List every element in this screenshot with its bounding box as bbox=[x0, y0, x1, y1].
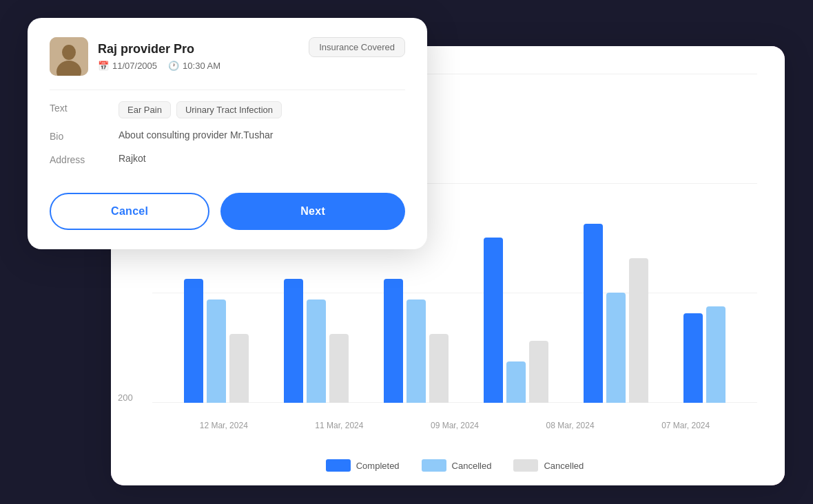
legend-box-completed bbox=[326, 459, 351, 472]
bar-cancelled-grey bbox=[429, 334, 449, 403]
bar-cancelled-grey bbox=[329, 334, 349, 403]
bar-completed bbox=[284, 279, 303, 403]
provider-date: 📅 11/07/2005 bbox=[98, 61, 157, 71]
legend-cancelled-grey: Cancelled bbox=[513, 459, 584, 472]
next-button[interactable]: Next bbox=[220, 193, 405, 230]
bar-cancelled-light bbox=[307, 300, 326, 403]
bar-group bbox=[584, 224, 648, 403]
tag-ear-pain: Ear Pain bbox=[119, 101, 171, 118]
svg-point-1 bbox=[62, 45, 76, 60]
bar-cancelled-light bbox=[207, 300, 226, 403]
bar-group bbox=[683, 306, 725, 403]
address-value: Rajkot bbox=[119, 153, 405, 164]
legend-completed: Completed bbox=[326, 459, 400, 472]
bar-cancelled-grey bbox=[529, 341, 548, 403]
bar-cancelled-grey bbox=[629, 258, 648, 403]
bio-field-label: Bio bbox=[50, 129, 119, 142]
x-label: 12 Mar, 2024 bbox=[200, 421, 248, 430]
cancel-button[interactable]: Cancel bbox=[50, 193, 209, 230]
provider-info: Raj provider Pro 📅 11/07/2005 🕐 10:30 AM bbox=[50, 37, 220, 76]
bar-cancelled-light bbox=[706, 306, 725, 403]
provider-details: Raj provider Pro 📅 11/07/2005 🕐 10:30 AM bbox=[98, 42, 220, 71]
bar-group bbox=[284, 279, 349, 403]
provider-meta: 📅 11/07/2005 🕐 10:30 AM bbox=[98, 61, 220, 71]
legend-label-cancelled-grey: Cancelled bbox=[544, 461, 584, 471]
bar-cancelled-light bbox=[506, 361, 526, 403]
provider-time: 🕐 10:30 AM bbox=[168, 61, 220, 71]
bar-cancelled-light bbox=[406, 300, 426, 403]
legend-label-completed: Completed bbox=[356, 461, 400, 471]
y-label-bottom: 200 bbox=[118, 392, 133, 403]
bar-group bbox=[384, 279, 449, 403]
modal-buttons: Cancel Next bbox=[28, 193, 427, 249]
bar-completed bbox=[584, 224, 603, 403]
divider bbox=[50, 90, 405, 90]
clock-icon: 🕐 bbox=[168, 61, 179, 71]
bar-group bbox=[484, 238, 548, 403]
provider-date-value: 11/07/2005 bbox=[112, 61, 157, 71]
provider-time-value: 10:30 AM bbox=[183, 61, 220, 71]
address-field-row: Address Rajkot bbox=[50, 153, 405, 165]
legend-label-cancelled-light: Cancelled bbox=[452, 461, 492, 471]
chart-legend: Completed Cancelled Cancelled bbox=[152, 459, 757, 472]
tags-container: Ear Pain Urinary Tract Infection bbox=[119, 101, 282, 118]
bio-value: About consulting provider Mr.Tushar bbox=[119, 129, 405, 140]
legend-box-cancelled-grey bbox=[513, 459, 538, 472]
legend-box-cancelled-light bbox=[422, 459, 446, 472]
avatar bbox=[50, 37, 88, 76]
x-label: 09 Mar, 2024 bbox=[431, 421, 479, 430]
bar-group bbox=[184, 279, 249, 403]
bar-completed bbox=[384, 279, 403, 403]
x-label: 07 Mar, 2024 bbox=[661, 421, 710, 430]
x-label: 08 Mar, 2024 bbox=[546, 421, 595, 430]
legend-cancelled-light: Cancelled bbox=[422, 459, 492, 472]
address-field-label: Address bbox=[50, 153, 119, 165]
provider-name: Raj provider Pro bbox=[98, 42, 220, 56]
modal-card: Raj provider Pro 📅 11/07/2005 🕐 10:30 AM bbox=[28, 18, 427, 249]
provider-header: Raj provider Pro 📅 11/07/2005 🕐 10:30 AM bbox=[50, 37, 405, 76]
bar-completed bbox=[683, 313, 703, 403]
x-label: 11 Mar, 2024 bbox=[315, 421, 363, 430]
text-field-label: Text bbox=[50, 101, 119, 114]
tag-uti: Urinary Tract Infection bbox=[176, 101, 282, 118]
bar-cancelled-light bbox=[606, 293, 626, 403]
insurance-badge: Insurance Covered bbox=[309, 37, 405, 57]
bar-completed bbox=[484, 238, 503, 403]
bar-completed bbox=[184, 279, 203, 403]
text-field-row: Text Ear Pain Urinary Tract Infection bbox=[50, 101, 405, 118]
bio-field-row: Bio About consulting provider Mr.Tushar bbox=[50, 129, 405, 142]
bar-cancelled-grey bbox=[229, 334, 249, 403]
x-axis-labels: 12 Mar, 2024 11 Mar, 2024 09 Mar, 2024 0… bbox=[152, 421, 757, 430]
calendar-icon: 📅 bbox=[98, 61, 109, 71]
